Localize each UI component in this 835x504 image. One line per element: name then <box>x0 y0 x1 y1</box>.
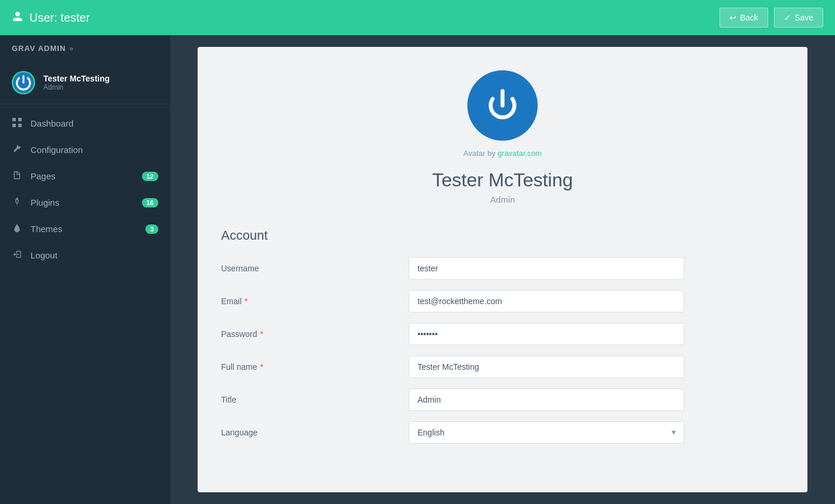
svg-rect-3 <box>12 124 16 127</box>
username-label: Username <box>221 264 409 273</box>
check-icon: ✓ <box>784 13 791 22</box>
title-label: Title <box>221 395 409 404</box>
account-section: Account Username Email * <box>221 228 784 444</box>
sidebar-item-dashboard[interactable]: Dashboard <box>0 110 170 137</box>
themes-badge: 3 <box>145 224 158 234</box>
save-button[interactable]: ✓ Save <box>774 8 823 28</box>
email-label: Email * <box>221 297 409 306</box>
sidebar-item-label: Plugins <box>30 197 59 207</box>
fullname-required: * <box>260 362 263 372</box>
main-layout: GRAV ADMIN » Tester McTesting Admin <box>0 35 835 504</box>
email-input[interactable] <box>409 290 684 312</box>
sidebar-item-themes[interactable]: Themes 3 <box>0 216 170 242</box>
plugins-badge: 16 <box>142 198 158 207</box>
section-title: Account <box>221 228 784 243</box>
sidebar-user-info: Tester McTesting Admin <box>43 74 110 91</box>
sidebar-item-configuration[interactable]: Configuration <box>0 137 170 163</box>
email-required: * <box>245 297 247 306</box>
content-area: Avatar by gravatar.com Tester McTesting … <box>170 35 835 504</box>
sidebar-user-name: Tester McTesting <box>43 74 110 83</box>
sidebar-user-role: Admin <box>43 83 110 91</box>
avatar-credit: Avatar by gravatar.com <box>463 149 541 158</box>
sidebar-user: Tester McTesting Admin <box>0 62 170 104</box>
title-row: Title <box>221 389 784 411</box>
svg-rect-4 <box>18 124 22 127</box>
fullname-label: Full name * <box>221 362 409 372</box>
top-header: User: tester ↩ Back ✓ Save <box>0 0 835 35</box>
password-label: Password * <box>221 329 409 339</box>
svg-rect-2 <box>18 118 22 121</box>
sidebar-brand[interactable]: GRAV ADMIN » <box>0 35 170 62</box>
svg-rect-1 <box>12 118 16 121</box>
avatar <box>12 71 35 94</box>
language-row: Language English French German Spanish I… <box>221 421 784 444</box>
page-title-area: User: tester <box>12 11 90 25</box>
user-card: Avatar by gravatar.com Tester McTesting … <box>198 47 807 492</box>
sidebar-item-logout[interactable]: Logout <box>0 242 170 268</box>
user-icon <box>12 11 23 25</box>
sidebar-item-label: Themes <box>30 224 62 234</box>
logout-icon <box>12 250 22 261</box>
sidebar-item-label: Dashboard <box>30 118 73 128</box>
fullname-row: Full name * <box>221 356 784 378</box>
header-actions: ↩ Back ✓ Save <box>719 8 823 28</box>
pages-badge: 12 <box>142 172 158 181</box>
title-input[interactable] <box>409 389 684 411</box>
fullname-input[interactable] <box>409 356 684 378</box>
username-row: Username <box>221 257 784 280</box>
language-select[interactable]: English French German Spanish Italian <box>409 421 684 444</box>
gravatar-link[interactable]: gravatar.com <box>498 149 542 158</box>
language-select-wrapper: English French German Spanish Italian ▼ <box>409 421 684 444</box>
password-row: Password * <box>221 323 784 345</box>
user-display-name: Tester McTesting <box>432 169 573 191</box>
back-icon: ↩ <box>729 13 736 22</box>
user-avatar-large <box>467 70 538 141</box>
username-input[interactable] <box>409 257 684 280</box>
file-icon <box>12 171 22 182</box>
sidebar-nav: Dashboard Configuration <box>0 104 170 274</box>
sidebar-item-label: Configuration <box>30 145 83 155</box>
profile-header: Avatar by gravatar.com Tester McTesting … <box>221 70 784 205</box>
email-row: Email * <box>221 290 784 312</box>
password-required: * <box>260 329 263 339</box>
language-label: Language <box>221 428 409 437</box>
password-input[interactable] <box>409 323 684 345</box>
sidebar: GRAV ADMIN » Tester McTesting Admin <box>0 35 170 504</box>
grid-icon <box>12 118 22 129</box>
user-display-role: Admin <box>490 195 515 205</box>
plug-icon <box>12 197 22 208</box>
wrench-icon <box>12 144 22 155</box>
sidebar-item-label: Pages <box>30 171 56 181</box>
page-title: User: tester <box>29 11 90 25</box>
sidebar-item-plugins[interactable]: Plugins 16 <box>0 189 170 216</box>
sidebar-item-label: Logout <box>30 250 57 260</box>
back-button[interactable]: ↩ Back <box>719 8 768 28</box>
sidebar-item-pages[interactable]: Pages 12 <box>0 163 170 189</box>
drop-icon <box>12 223 22 234</box>
